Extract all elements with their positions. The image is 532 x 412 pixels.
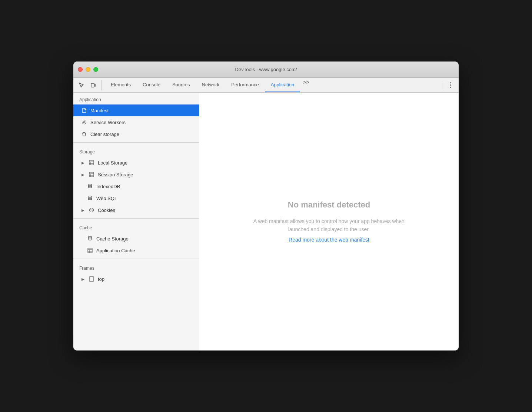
tab-sources[interactable]: Sources <box>166 78 196 92</box>
svg-rect-1 <box>94 84 96 86</box>
more-tabs-button[interactable]: >> <box>300 78 312 92</box>
device-icon <box>90 82 96 88</box>
svg-point-11 <box>88 184 92 186</box>
inspect-element-button[interactable] <box>76 80 87 90</box>
minimize-button[interactable] <box>86 67 90 72</box>
window-controls <box>78 67 98 72</box>
svg-rect-23 <box>89 277 94 281</box>
svg-rect-19 <box>88 248 92 253</box>
expand-cookies-icon: ▶ <box>81 208 85 212</box>
device-mode-button[interactable] <box>88 80 99 90</box>
close-button[interactable] <box>78 67 83 72</box>
read-more-link[interactable]: Read more about the web manifest <box>289 237 369 243</box>
svg-point-17 <box>92 210 92 211</box>
svg-point-14 <box>90 209 91 210</box>
no-manifest-title: No manifest detected <box>251 200 407 210</box>
expand-top-icon: ▶ <box>81 277 85 281</box>
content-panel: No manifest detected A web manifest allo… <box>199 93 459 350</box>
cookie-icon <box>88 207 95 213</box>
table-icon-2 <box>88 172 95 177</box>
storage-divider <box>73 142 199 143</box>
devtools-window: DevTools - www.google.com/ Elements <box>73 62 459 350</box>
window-title: DevTools - www.google.com/ <box>235 67 297 72</box>
sidebar-item-application-cache[interactable]: Application Cache <box>73 245 199 256</box>
inspect-icon <box>79 82 84 88</box>
sidebar-section-application: Application <box>73 93 199 104</box>
toolbar: Elements Console Sources Network Perform… <box>73 78 459 93</box>
sidebar-item-web-sql[interactable]: Web SQL <box>73 192 199 204</box>
cache-divider <box>73 218 199 219</box>
sidebar-item-top-frame[interactable]: ▶ top <box>73 273 199 285</box>
no-manifest-description: A web manifest allows you to control how… <box>251 217 407 234</box>
svg-rect-0 <box>91 83 94 87</box>
main-content: Application Manifest Se <box>73 93 459 350</box>
expand-local-storage-icon: ▶ <box>81 160 85 165</box>
toolbar-divider <box>442 81 442 90</box>
tab-elements[interactable]: Elements <box>105 78 137 92</box>
sidebar-item-clear-storage[interactable]: Clear storage <box>73 128 199 140</box>
no-manifest-container: No manifest detected A web manifest allo… <box>251 200 407 243</box>
file-icon <box>81 108 87 113</box>
toolbar-icons <box>76 80 102 90</box>
tab-list: Elements Console Sources Network Perform… <box>105 78 439 92</box>
sidebar-item-session-storage[interactable]: ▶ Session Storage <box>73 169 199 180</box>
trash-icon <box>81 132 87 137</box>
sidebar-item-service-workers[interactable]: Service Workers <box>73 116 199 128</box>
sidebar-section-cache: Cache <box>73 221 199 233</box>
sidebar-section-frames: Frames <box>73 261 199 273</box>
tab-application[interactable]: Application <box>265 78 300 92</box>
svg-point-16 <box>91 210 92 211</box>
expand-session-storage-icon: ▶ <box>81 172 85 177</box>
title-bar: DevTools - www.google.com/ <box>73 62 459 78</box>
svg-point-18 <box>88 236 92 238</box>
tab-console[interactable]: Console <box>137 78 166 92</box>
sidebar-item-local-storage[interactable]: ▶ Local Storage <box>73 157 199 169</box>
database-icon-2 <box>87 196 93 201</box>
sidebar-item-cache-storage[interactable]: Cache Storage <box>73 233 199 245</box>
svg-point-12 <box>88 196 92 197</box>
sidebar-item-manifest[interactable]: Manifest <box>73 104 199 116</box>
tab-network[interactable]: Network <box>196 78 226 92</box>
table-icon <box>88 160 95 165</box>
gear-icon <box>81 120 87 125</box>
svg-rect-3 <box>89 160 94 165</box>
frame-icon <box>88 276 95 282</box>
frames-divider <box>73 259 199 259</box>
sidebar: Application Manifest Se <box>73 93 199 350</box>
database-icon-3 <box>87 236 93 241</box>
sidebar-section-storage: Storage <box>73 145 199 157</box>
toolbar-menu-button[interactable] <box>445 80 456 90</box>
sidebar-item-indexeddb[interactable]: IndexedDB <box>73 180 199 192</box>
maximize-button[interactable] <box>93 67 98 72</box>
table-icon-3 <box>87 248 93 253</box>
svg-point-13 <box>90 208 94 212</box>
database-icon <box>87 184 93 189</box>
svg-point-15 <box>92 209 93 210</box>
tab-performance[interactable]: Performance <box>225 78 265 92</box>
svg-point-2 <box>83 122 85 123</box>
svg-rect-7 <box>89 172 94 177</box>
sidebar-item-cookies[interactable]: ▶ Cookies <box>73 204 199 216</box>
